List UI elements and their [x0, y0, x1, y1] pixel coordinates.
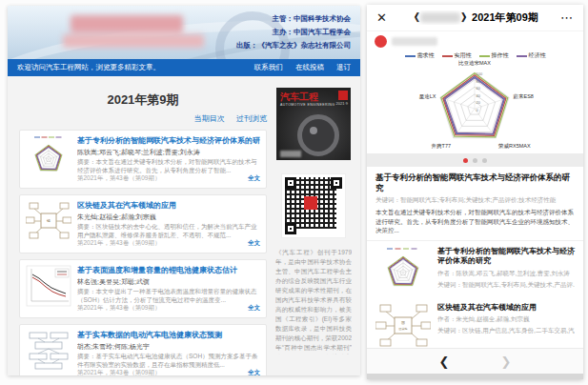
page-content: 2021年第9期 当期目次 过刊浏览 基于专利分析的智能网联汽车技术与经济评价体… [8, 76, 360, 375]
article-list-item[interactable]: 基于专利分析的智能网联汽车技术与经济评价体系的研究 作者：陈轶嵩,邓云飞,郝晓琴… [367, 241, 583, 297]
cover-masthead: 汽车工程 [280, 91, 318, 104]
legend-label: 实用性 [455, 51, 472, 60]
article-card[interactable]: 基于专利分析的智能网联汽车技术与经济评价体系的研究 陈轶嵩;邓云飞;郝晓琴;兰利… [19, 130, 267, 189]
article-issue-info: 第2021年，第43卷（第09期） [77, 239, 160, 248]
network-diagram-thumbnail: 国 区块链 [375, 303, 431, 349]
svg-text:100: 100 [476, 71, 483, 76]
legend-label: 操作性 [492, 51, 509, 60]
navbar-links: 联系我们 在线投稿 退订 [244, 63, 351, 72]
featured-article-keywords: 关键词：智能网联汽车;专利布局;关键技术;产品评价;技术经济性能 [375, 196, 575, 205]
issue-links: 当期目次 过刊浏览 [19, 113, 267, 124]
article-title-link[interactable]: 区块链及其在汽车领域的应用 [77, 200, 260, 211]
supervisor-line: 主管：中国科学技术协会 [236, 12, 351, 26]
svg-text:奔腾T77: 奔腾T77 [432, 143, 451, 149]
qr-center-logo [304, 196, 317, 210]
redacted-journal-name [420, 12, 460, 23]
article-abstract: 摘要：基于实车电动汽车电池健康状态（SOH）预测方案多基于条件有限实验室的实验数… [77, 353, 260, 369]
wechat-qr-code [281, 173, 346, 238]
article-card[interactable]: 链 区块链及其在汽车领域的应用 朱光灿;赵福全;郝瀚;刘宗巍 摘要：区块链技术的… [19, 194, 267, 253]
cover-wheel-art [297, 114, 339, 156]
cover-corner-badge [338, 91, 348, 100]
organizer-line: 主办：中国汽车工程学会 [236, 26, 351, 39]
legend-label: 需求性 [417, 51, 435, 60]
featured-article-abstract: 本文旨在通过关键专利技术分析，对智能网联汽车的技术与经济评价体系进行研究。首先，… [375, 208, 575, 235]
contact-us-link[interactable]: 联系我们 [254, 63, 283, 71]
window-bottom-strip [367, 374, 583, 379]
account-row [367, 31, 583, 51]
close-icon[interactable]: ✕ [376, 10, 387, 25]
item-keywords: 关键词：区块链,用户信息,汽车身份,二手车交易,汽... [437, 327, 575, 335]
fulltext-link[interactable]: 全文 [248, 174, 260, 183]
article-list-item[interactable]: 国 区块链 区块链及其在汽车领域的应用 作者：朱光灿,赵福全,郝瀚,刘宗巍 关键… [367, 297, 583, 354]
article-title-link[interactable]: 基于表面温度和增量容量的锂电池健康状态估计 [77, 265, 260, 275]
carousel-dot[interactable] [482, 158, 487, 163]
journal-intro-text: 《汽车工程》创刊于1979年，是由中国科学技术协会主管、中国汽车工程学会主办的综… [275, 248, 352, 355]
back-chevron-icon[interactable]: ❮ [439, 355, 450, 369]
publisher-info: 主管：中国科学技术协会 主办：中国汽车工程学会 出版：《汽车之友》杂志社有限公司 [236, 12, 351, 52]
unsubscribe-link[interactable]: 退订 [336, 63, 351, 71]
cover-wheel-hub [310, 127, 317, 134]
svg-text:区块链: 区块链 [399, 327, 408, 331]
article-authors: 胡杰;朱雪玲;何陈;杨光宇 [77, 342, 260, 352]
item-keywords: 关键词：智能网联汽车,专利布局,关键技术,产品评... [437, 281, 575, 290]
journal-sidebar: 汽车工程 AUTOMOTIVE ENGINEERING 2021·9 《汽车工程… [274, 82, 354, 375]
forward-chevron-icon[interactable]: ❯ [501, 355, 512, 369]
current-issue-toc-link[interactable]: 当期目次 [194, 114, 225, 123]
carousel-dot[interactable] [473, 158, 477, 163]
article-card[interactable]: 基于表面温度和增量容量的锂电池健康状态估计 林名强;吴登昊;郑聪;武骥 摘要：本… [19, 259, 267, 318]
carousel-dot[interactable] [463, 158, 468, 163]
fulltext-link[interactable]: 全文 [248, 369, 260, 375]
site-navbar: 欢迎访问汽车工程网站，浏览更多精彩文章。 联系我们 在线投稿 退订 [8, 59, 360, 76]
publisher-line: 出版：《汽车之友》杂志社有限公司 [236, 39, 351, 52]
article-page-title: 《 》2021年第09期 [387, 10, 560, 25]
legend-label: 经济性 [529, 51, 546, 60]
item-authors: 作者：朱光灿,赵福全,郝瀚,刘宗巍 [437, 315, 575, 324]
network-diagram-thumbnail: 链 [26, 200, 71, 242]
redacted-account-name [392, 37, 437, 46]
svg-text:链: 链 [46, 218, 51, 223]
article-list-column: 2021年第9期 当期目次 过刊浏览 基于专利分析的智能网联汽车技术与经济评价体… [19, 82, 267, 375]
article-authors: 朱光灿;赵福全;郝瀚;刘宗巍 [77, 213, 260, 222]
article-title-link[interactable]: 基于专利分析的智能网联汽车技术与经济评价体系的研究 [77, 135, 260, 146]
svg-text:0: 0 [476, 108, 479, 112]
legend-swatch [405, 55, 416, 57]
svg-text:40: 40 [476, 93, 481, 98]
article-abstract: 摘要：本文中提出了一种基于电池表面温度和增量容量的健康状态（SOH）估计方法，分… [77, 288, 260, 304]
featured-article[interactable]: 基于专利分析的智能网联汽车技术与经济评价体系的研究 关键词：智能网联汽车;专利布… [367, 167, 583, 241]
svg-text:国: 国 [401, 320, 405, 325]
more-menu-icon[interactable]: ⋯ [560, 10, 574, 25]
chart-legend: 需求性 实用性 操作性 经济性 [367, 51, 583, 60]
svg-text:80: 80 [476, 79, 481, 84]
featured-article-title: 基于专利分析的智能网联汽车技术与经济评价体系的研究 [375, 172, 575, 193]
line-chart-thumbnail [26, 265, 71, 307]
fulltext-link[interactable]: 全文 [248, 239, 260, 248]
legend-swatch [517, 55, 527, 57]
article-header: ✕ 《 》2021年第09期 ⋯ [367, 5, 583, 31]
cover-subtitle: AUTOMOTIVE ENGINEERING [280, 103, 335, 107]
online-submission-link[interactable]: 在线投稿 [295, 63, 324, 71]
legend-swatch [442, 55, 453, 57]
article-authors: 陈轶嵩;邓云飞;郝晓琴;兰利波;曹雯;刘永涛 [77, 148, 260, 157]
journal-website-window: 主管：中国科学技术协会 主办：中国汽车工程学会 出版：《汽车之友》杂志社有限公司… [8, 6, 360, 375]
svg-text:20: 20 [476, 100, 481, 105]
svg-text:60: 60 [476, 86, 481, 91]
journal-cover-image[interactable]: 汽车工程 AUTOMOTIVE ENGINEERING 2021·9 [276, 88, 351, 160]
legend-swatch [479, 55, 490, 57]
archive-browse-link[interactable]: 过刊浏览 [236, 114, 267, 123]
item-title: 基于专利分析的智能网联汽车技术与经济评价体系的研究 [437, 247, 575, 267]
account-avatar[interactable] [375, 35, 387, 48]
item-authors: 作者：陈轶嵩,邓云飞,郝晓琴,兰利波,曹雯,刘永涛 [437, 270, 575, 278]
radar-chart: 比亚迪宋MAX蔚来ES8荣威RX5MAX奔腾T77星途LX02040608010… [367, 57, 583, 153]
item-title: 区块链及其在汽车领域的应用 [437, 303, 575, 314]
radar-chart-block: 需求性 实用性 操作性 经济性 比亚迪宋MAX蔚来ES8荣威RX5MAX奔腾T7… [367, 51, 583, 153]
svg-text:星途LX: 星途LX [419, 93, 436, 99]
article-card[interactable]: 基于实车数据的电动汽车电池健康状态预测 胡杰;朱雪玲;何陈;杨光宇 摘要：基于实… [19, 324, 267, 375]
svg-text:蔚来ES8: 蔚来ES8 [514, 93, 534, 99]
fulltext-link[interactable]: 全文 [248, 304, 260, 313]
welcome-text: 欢迎访问汽车工程网站，浏览更多精彩文章。 [17, 63, 160, 72]
cover-footer-blur [280, 151, 301, 157]
svg-text:荣威RX5MAX: 荣威RX5MAX [498, 143, 531, 149]
site-logo [63, 13, 206, 51]
article-title-link[interactable]: 基于实车数据的电动汽车电池健康状态预测 [77, 330, 260, 340]
article-abstract: 摘要：本文旨在通过关键专利技术分析，对智能网联汽车的技术与经济评价体系进行研究。… [77, 158, 260, 174]
